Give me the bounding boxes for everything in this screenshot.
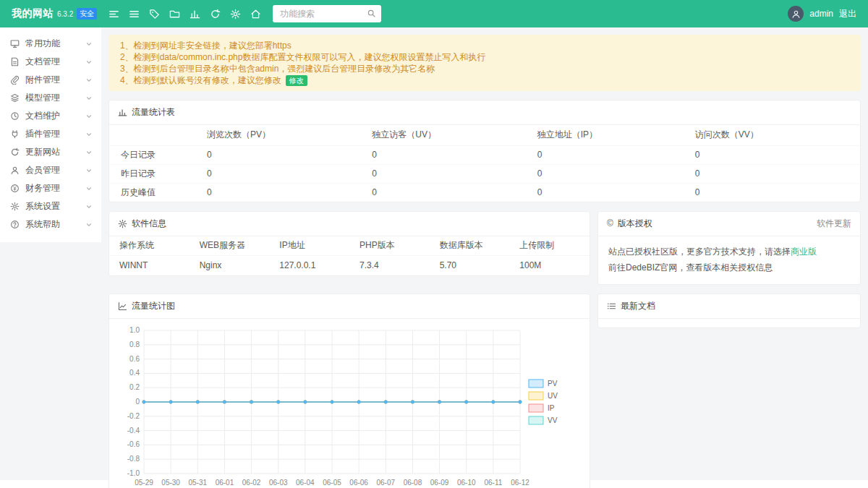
sidebar-item-update-site[interactable]: 更新网站: [0, 143, 101, 161]
table-row-today: 今日记录 0 0 0 0: [109, 145, 860, 164]
chevron-down-icon: [85, 131, 93, 138]
cell-value: 0: [207, 164, 372, 183]
svg-text:-0.4: -0.4: [127, 427, 140, 435]
sidebar-item-common-functions[interactable]: 常用功能: [0, 35, 101, 53]
gear-icon[interactable]: [230, 9, 241, 20]
sidebar-item-label: 常用功能: [25, 38, 85, 50]
chevron-down-icon: [85, 203, 93, 210]
chevron-down-icon: [85, 113, 93, 120]
fix-button[interactable]: 修改: [286, 75, 307, 86]
main-content: 1、检测到网址非安全链接，建议您部署https 2、检测到data/common…: [101, 27, 868, 488]
svg-text:05-30: 05-30: [161, 479, 180, 487]
column-header: IP地址: [269, 236, 349, 255]
table-header-row: 操作系统 WEB服务器 IP地址 PHP版本 数据库版本 上传限制: [109, 236, 590, 255]
column-header: PHP版本: [349, 236, 430, 255]
sidebar-item-plugin-manage[interactable]: 插件管理: [0, 125, 101, 143]
nav-toggle-icon[interactable]: [109, 9, 119, 20]
search-input[interactable]: [273, 5, 381, 22]
tag-icon[interactable]: [149, 9, 160, 20]
svg-text:0: 0: [135, 398, 140, 406]
svg-text:0.2: 0.2: [129, 383, 140, 391]
svg-text:0.8: 0.8: [129, 341, 140, 348]
sidebar-item-system-help[interactable]: 系统帮助: [0, 215, 101, 234]
cell-value: 0: [207, 183, 372, 202]
card-header: 最新文档: [598, 294, 860, 319]
refresh-icon: [10, 147, 20, 157]
refresh-icon[interactable]: [210, 9, 221, 20]
alert-line: 2、检测到data/common.inc.php数据库配置文件权限可以写入，建议…: [120, 51, 849, 63]
column-header-ip: 独立地址（IP）: [537, 125, 695, 145]
sidebar-item-system-settings[interactable]: 系统设置: [0, 197, 101, 215]
svg-text:0.6: 0.6: [129, 355, 140, 363]
cell-value: 5.70: [430, 255, 510, 275]
traffic-stats-table: 浏览次数（PV） 独立访客（UV） 独立地址（IP） 访问次数（VV） 今日记录…: [109, 125, 860, 202]
svg-text:06-06: 06-06: [349, 479, 368, 487]
chart-icon[interactable]: [190, 9, 200, 20]
row-label: 今日记录: [109, 145, 207, 164]
card-header: © 版本授权 软件更新: [598, 212, 860, 236]
menu-icon[interactable]: [129, 9, 140, 20]
cell-value: 0: [537, 183, 695, 202]
sidebar-item-document-manage[interactable]: 文档管理: [0, 53, 101, 71]
alert-text: 4、检测到默认账号没有修改，建议您修改: [120, 74, 281, 86]
document-icon: [10, 57, 20, 67]
card-title: 流量统计图: [132, 300, 175, 312]
svg-text:06-03: 06-03: [269, 479, 288, 487]
sidebar-item-member-manage[interactable]: 会员管理: [0, 161, 101, 179]
svg-text:0.4: 0.4: [129, 369, 140, 377]
cell-value: 0: [372, 145, 537, 164]
site-title: 我的网站: [12, 7, 54, 20]
software-info-table: 操作系统 WEB服务器 IP地址 PHP版本 数据库版本 上传限制 WINNT …: [109, 236, 590, 275]
traffic-chart: 1.00.80.60.40.20-0.2-0.4-0.6-0.8-1.005-2…: [109, 319, 590, 488]
svg-text:06-08: 06-08: [404, 479, 422, 487]
cell-value: 7.3.4: [349, 255, 430, 275]
license-line: 前往DedeBIZ官网，查看版本相关授权信息: [608, 260, 850, 275]
search-icon[interactable]: [367, 9, 376, 18]
home-icon[interactable]: [250, 9, 261, 20]
latest-docs-card: 最新文档: [597, 294, 861, 328]
chevron-down-icon: [85, 185, 93, 192]
sidebar-item-label: 附件管理: [25, 74, 85, 86]
svg-text:06-10: 06-10: [457, 479, 476, 487]
chevron-down-icon: [85, 77, 93, 84]
table-header-row: 浏览次数（PV） 独立访客（UV） 独立地址（IP） 访问次数（VV）: [109, 125, 860, 145]
sidebar-item-label: 文档维护: [25, 110, 85, 122]
svg-text:UV: UV: [548, 392, 558, 400]
avatar[interactable]: [788, 6, 804, 22]
sidebar-item-finance-manage[interactable]: 财务管理: [0, 179, 101, 197]
copyright-icon: ©: [607, 219, 613, 228]
logout-link[interactable]: 退出: [839, 8, 856, 20]
svg-text:PV: PV: [548, 380, 558, 388]
sidebar-item-attachment-manage[interactable]: 附件管理: [0, 71, 101, 89]
security-alert: 1、检测到网址非安全链接，建议您部署https 2、检测到data/common…: [109, 35, 861, 91]
software-update-link[interactable]: 软件更新: [817, 218, 851, 230]
folder-icon[interactable]: [169, 9, 180, 20]
paperclip-icon: [10, 75, 20, 85]
cell-value: 0: [695, 145, 860, 164]
user-icon: [10, 166, 20, 175]
username[interactable]: admin: [809, 9, 833, 19]
bar-chart-icon: [118, 108, 127, 117]
svg-text:-0.6: -0.6: [127, 440, 140, 448]
sidebar-item-model-manage[interactable]: 模型管理: [0, 89, 101, 107]
security-badge[interactable]: 安全: [77, 8, 97, 20]
sidebar-item-label: 财务管理: [25, 182, 85, 194]
card-title: 最新文档: [621, 300, 655, 312]
traffic-table-card: 流量统计表 浏览次数（PV） 独立访客（UV） 独立地址（IP） 访问次数（VV…: [109, 100, 861, 202]
column-header: WEB服务器: [190, 236, 270, 255]
chevron-down-icon: [85, 149, 93, 156]
license-body: 站点已授权社区版，更多官方技术支持，请选择商业版 前往DedeBIZ官网，查看版…: [598, 236, 860, 284]
chevron-down-icon: [85, 40, 93, 48]
topbar-user-area: admin 退出: [788, 6, 856, 22]
commercial-version-link[interactable]: 商业版: [791, 247, 817, 257]
cell-value: 0: [695, 183, 860, 202]
alert-line: 1、检测到网址非安全链接，建议您部署https: [120, 40, 849, 51]
monitor-icon: [10, 39, 20, 48]
card-title: 软件信息: [132, 218, 166, 230]
row-label: 历史峰值: [109, 183, 207, 202]
sidebar-item-document-maintain[interactable]: 文档维护: [0, 107, 101, 125]
svg-text:-0.2: -0.2: [127, 412, 140, 420]
gear-icon: [10, 202, 20, 211]
cell-value: 0: [372, 164, 537, 183]
license-line: 站点已授权社区版，更多官方技术支持，请选择商业版: [608, 244, 850, 260]
